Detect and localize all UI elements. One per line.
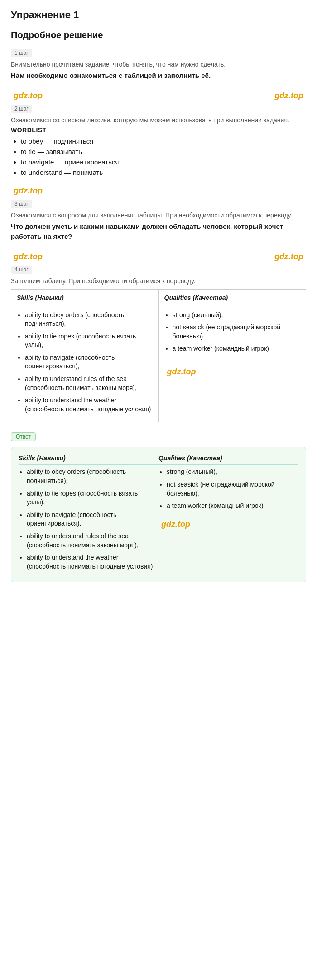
watermark-5: gdz.top — [274, 252, 303, 261]
list-item: not seasick (не страдающий морской болез… — [173, 323, 301, 341]
table-skills-col: ability to obey orders (способность подч… — [11, 306, 159, 422]
list-item: ability to obey orders (способность подч… — [25, 311, 153, 328]
skills-list: ability to obey orders (способность подч… — [17, 311, 153, 414]
step-2-hint: Ознакомимся со списком лексики, которую … — [11, 116, 306, 124]
list-item: ability to understand the weather (спосо… — [27, 553, 155, 571]
watermark-4: gdz.top — [14, 252, 43, 261]
table-header-qualities: Qualities (Качества) — [159, 290, 306, 306]
answer-header-skills: Skills (Навыки) — [19, 454, 158, 464]
list-item: a team worker (командный игрок) — [167, 502, 295, 511]
list-item: to navigate — ориентироваться — [21, 158, 306, 166]
list-item: ability to understand rules of the sea (… — [27, 532, 155, 550]
answer-table-body: ability to obey orders (способность подч… — [19, 468, 298, 574]
list-item: ability to obey orders (способность подч… — [27, 468, 155, 485]
answer-qualities-col: strong (сильный), not seasick (не страда… — [158, 468, 298, 574]
list-item: strong (сильный), — [167, 468, 295, 477]
wordlist: WORDLIST to obey — подчиняться to tie — … — [11, 126, 306, 176]
table-qualities-col: strong (сильный), not seasick (не страда… — [159, 306, 306, 422]
step-1-badge: 1 шаг — [11, 49, 32, 57]
answer-badge: Ответ — [11, 432, 36, 441]
list-item: to tie — завязывать — [21, 148, 306, 155]
wordlist-label: WORDLIST — [11, 126, 306, 134]
watermark-3: gdz.top — [14, 186, 43, 196]
main-table: Skills (Навыки) Qualities (Качества) abi… — [11, 289, 306, 423]
step-3: 3 шаг Ознакомимся с вопросом для заполне… — [11, 199, 306, 242]
watermark-row-1: gdz.top gdz.top — [11, 91, 306, 101]
step-3-badge: 3 шаг — [11, 200, 32, 208]
table-header: Skills (Навыки) Qualities (Качества) — [11, 290, 306, 306]
page-title: Упражнение 1 — [11, 9, 306, 21]
step-1: 1 шаг Внимательно прочитаем задание, что… — [11, 48, 306, 81]
step-2: 2 шаг Ознакомимся со списком лексики, ко… — [11, 104, 306, 176]
page-subtitle: Подробное решение — [11, 30, 306, 40]
watermark-row-3: gdz.top gdz.top — [11, 252, 306, 261]
answer-header-qualities: Qualities (Качества) — [158, 454, 298, 464]
list-item: strong (сильный), — [173, 311, 301, 320]
qualities-list: strong (сильный), not seasick (не страда… — [164, 311, 301, 353]
answer-qualities-list: strong (сильный), not seasick (не страда… — [158, 468, 295, 510]
list-item: a team worker (командный игрок) — [173, 344, 301, 353]
answer-skills-list: ability to obey orders (способность подч… — [19, 468, 155, 571]
list-item: ability to navigate (способность ориенти… — [27, 511, 155, 528]
step-4-badge: 4 шаг — [11, 266, 32, 274]
answer-table-header: Skills (Навыки) Qualities (Качества) — [19, 454, 298, 465]
step-4: 4 шаг Заполним таблицу. При необходимост… — [11, 265, 306, 423]
table-header-skills: Skills (Навыки) — [11, 290, 159, 306]
watermark-7: gdz.top — [161, 520, 190, 529]
step-3-question: Что должен уметь и какими навыками долже… — [11, 222, 306, 242]
list-item: ability to tie ropes (способность вязать… — [27, 489, 155, 507]
step-2-badge: 2 шаг — [11, 105, 32, 113]
step-1-hint: Внимательно прочитаем задание, чтобы пон… — [11, 61, 306, 68]
list-item: to obey — подчиняться — [21, 137, 306, 145]
table-body: ability to obey orders (способность подч… — [11, 306, 306, 422]
wordlist-list: to obey — подчиняться to tie — завязыват… — [11, 137, 306, 176]
list-item: ability to navigate (способность ориенти… — [25, 353, 153, 371]
list-item: to understand — понимать — [21, 169, 306, 176]
list-item: not seasick (не страдающий морской болез… — [167, 480, 295, 498]
watermark-row-2: gdz.top — [11, 186, 306, 196]
watermark-2: gdz.top — [274, 91, 303, 101]
step-4-hint: Заполним таблицу. При необходимости обра… — [11, 277, 306, 285]
answer-section: Skills (Навыки) Qualities (Качества) abi… — [11, 447, 306, 582]
step-1-main: Нам необходимо ознакомиться с таблицей и… — [11, 71, 306, 81]
list-item: ability to tie ropes (способность вязать… — [25, 332, 153, 350]
watermark-1: gdz.top — [14, 91, 43, 101]
watermark-6: gdz.top — [167, 367, 196, 377]
step-3-hint: Ознакомимся с вопросом для заполнения та… — [11, 212, 306, 219]
answer-skills-col: ability to obey orders (способность подч… — [19, 468, 158, 574]
list-item: ability to understand rules of the sea (… — [25, 375, 153, 392]
list-item: ability to understand the weather (спосо… — [25, 396, 153, 414]
